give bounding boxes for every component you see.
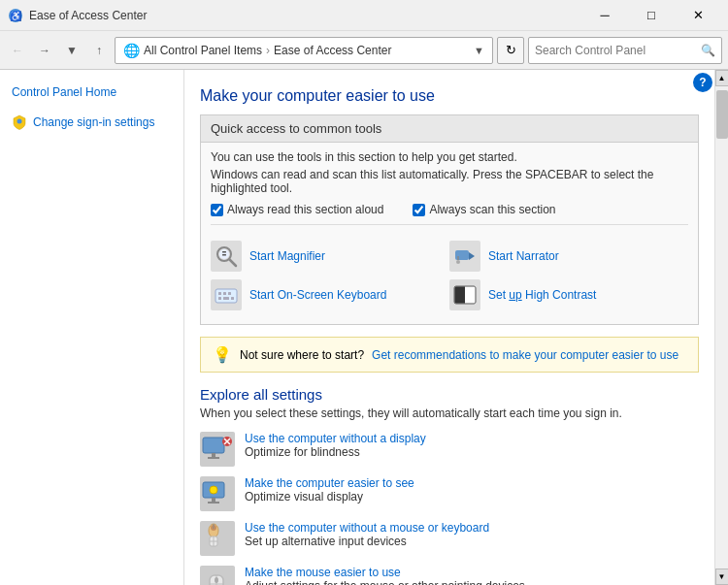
minimize-button[interactable]: ─ bbox=[582, 0, 627, 31]
lightbulb-icon: 💡 bbox=[213, 345, 232, 364]
tool-narrator[interactable]: Start Narrator bbox=[449, 241, 688, 272]
search-input[interactable] bbox=[535, 44, 697, 57]
svg-rect-13 bbox=[218, 292, 221, 295]
scroll-up-button[interactable]: ▲ bbox=[715, 70, 729, 86]
explore-title: Explore all settings bbox=[200, 386, 699, 403]
no-mouse-icon bbox=[200, 521, 235, 556]
svg-rect-29 bbox=[212, 498, 215, 502]
high-contrast-icon bbox=[449, 279, 480, 310]
magnifier-icon bbox=[211, 241, 242, 272]
scrollbar[interactable]: ▲ ▼ bbox=[714, 70, 728, 585]
svg-text:♿: ♿ bbox=[10, 10, 22, 22]
up-button[interactable]: ↑ bbox=[87, 39, 111, 62]
rec-text: Not sure where to start? bbox=[240, 348, 364, 362]
high-contrast-link[interactable]: Set up High Contrast bbox=[488, 288, 596, 302]
svg-rect-14 bbox=[223, 292, 226, 295]
breadcrumb-part1: All Control Panel Items bbox=[144, 44, 262, 57]
svg-rect-17 bbox=[223, 297, 229, 300]
settings-item-no-mouse: Use the computer without a mouse or keyb… bbox=[200, 521, 699, 556]
window-controls: ─ □ ✕ bbox=[582, 0, 720, 31]
main-layout: Control Panel Home Change sign-in settin… bbox=[0, 70, 728, 585]
tools-grid: Start Magnifier Start Narrator bbox=[211, 235, 688, 316]
sidebar: Control Panel Home Change sign-in settin… bbox=[0, 70, 184, 585]
refresh-button[interactable]: ↻ bbox=[497, 37, 524, 64]
title-bar: ♿ Ease of Access Center ─ □ ✕ bbox=[0, 0, 728, 31]
high-contrast-label-pre: Set bbox=[488, 288, 509, 302]
breadcrumb: All Control Panel Items › Ease of Access… bbox=[144, 44, 391, 57]
address-dropdown-btn[interactable]: ▼ bbox=[474, 45, 484, 56]
rec-link[interactable]: Get recommendations to make your compute… bbox=[372, 348, 678, 362]
no-mouse-sub: Set up alternative input devices bbox=[245, 535, 489, 548]
address-field[interactable]: 🌐 All Control Panel Items › Ease of Acce… bbox=[115, 37, 493, 64]
dropdown-button[interactable]: ▼ bbox=[60, 39, 83, 62]
svg-rect-15 bbox=[228, 292, 231, 295]
sidebar-item-home[interactable]: Control Panel Home bbox=[0, 81, 183, 103]
checkbox-read-aloud-input[interactable] bbox=[211, 204, 223, 216]
page-title: Make your computer easier to use bbox=[200, 87, 699, 105]
search-icon: 🔍 bbox=[701, 44, 715, 57]
easier-mouse-link[interactable]: Make the mouse easier to use bbox=[245, 566, 525, 579]
checkbox-scan-input[interactable] bbox=[413, 204, 425, 216]
svg-rect-18 bbox=[231, 297, 234, 300]
svg-rect-6 bbox=[222, 251, 226, 253]
keyboard-link[interactable]: Start On-Screen Keyboard bbox=[249, 288, 386, 302]
tool-keyboard[interactable]: Start On-Screen Keyboard bbox=[211, 279, 449, 310]
settings-item-easier-see: Make the computer easier to see Optimize… bbox=[200, 476, 699, 511]
svg-point-31 bbox=[210, 486, 217, 494]
help-button[interactable]: ? bbox=[693, 73, 712, 92]
close-button[interactable]: ✕ bbox=[676, 0, 720, 31]
checkbox-read-aloud[interactable]: Always read this section aloud bbox=[211, 203, 383, 216]
window-title: Ease of Access Center bbox=[29, 9, 147, 22]
explore-desc: When you select these settings, they wil… bbox=[200, 406, 699, 420]
svg-rect-12 bbox=[215, 289, 237, 303]
scroll-thumb[interactable] bbox=[716, 90, 728, 139]
svg-point-2 bbox=[17, 119, 22, 124]
sidebar-item-signin[interactable]: Change sign-in settings bbox=[0, 111, 183, 134]
easier-see-sub: Optimize visual display bbox=[245, 490, 414, 504]
tool-high-contrast[interactable]: Set up High Contrast bbox=[449, 279, 688, 310]
globe-icon: 🌐 bbox=[123, 43, 140, 58]
no-display-link[interactable]: Use the computer without a display bbox=[245, 432, 426, 445]
maximize-button[interactable]: □ bbox=[629, 0, 674, 31]
settings-list: Use the computer without a display Optim… bbox=[200, 432, 699, 585]
breadcrumb-part2: Ease of Access Center bbox=[274, 44, 391, 57]
svg-point-10 bbox=[456, 260, 460, 264]
quick-access-header: Quick access to common tools bbox=[201, 115, 698, 143]
forward-button[interactable]: → bbox=[33, 39, 56, 62]
back-button[interactable]: ← bbox=[6, 39, 29, 62]
search-box[interactable]: 🔍 bbox=[528, 37, 722, 64]
easier-see-link[interactable]: Make the computer easier to see bbox=[245, 476, 414, 490]
no-mouse-link-text: Use the computer without a mouse or keyb… bbox=[245, 521, 489, 535]
tool-magnifier[interactable]: Start Magnifier bbox=[211, 241, 449, 272]
easier-mouse-icon bbox=[200, 566, 235, 585]
shield-icon bbox=[12, 114, 27, 130]
content-area: ? Make your computer easier to use Quick… bbox=[184, 70, 714, 585]
breadcrumb-separator: › bbox=[266, 44, 270, 57]
scroll-down-button[interactable]: ▼ bbox=[715, 569, 729, 585]
settings-item-easier-mouse: Make the mouse easier to use Adjust sett… bbox=[200, 566, 699, 585]
app-icon: ♿ bbox=[8, 8, 23, 23]
magnifier-link[interactable]: Start Magnifier bbox=[249, 249, 325, 263]
svg-rect-30 bbox=[208, 502, 219, 504]
svg-rect-23 bbox=[212, 453, 215, 457]
no-display-icon bbox=[200, 432, 235, 467]
checkbox-scan[interactable]: Always scan this section bbox=[413, 203, 555, 216]
svg-rect-22 bbox=[203, 438, 224, 453]
narrator-link[interactable]: Start Narrator bbox=[488, 249, 559, 263]
checkbox-scan-label: Always scan this section bbox=[429, 203, 555, 216]
svg-point-41 bbox=[215, 577, 218, 583]
no-display-sub: Optimize for blindness bbox=[245, 445, 426, 459]
scroll-track bbox=[715, 86, 728, 569]
checkbox-read-aloud-label: Always read this section aloud bbox=[227, 203, 383, 216]
quick-access-desc1: You can use the tools in this section to… bbox=[211, 150, 688, 164]
settings-item-no-display: Use the computer without a display Optim… bbox=[200, 432, 699, 467]
svg-rect-20 bbox=[454, 286, 465, 304]
easier-see-icon bbox=[200, 476, 235, 511]
svg-rect-8 bbox=[455, 250, 469, 260]
narrator-icon bbox=[449, 241, 480, 272]
quick-access-box: Quick access to common tools You can use… bbox=[200, 114, 699, 325]
keyboard-icon bbox=[211, 279, 242, 310]
sidebar-item-signin-label: Change sign-in settings bbox=[33, 115, 154, 129]
no-mouse-link[interactable]: Use the computer without a mouse or keyb… bbox=[245, 521, 489, 535]
address-bar: ← → ▼ ↑ 🌐 All Control Panel Items › Ease… bbox=[0, 31, 728, 70]
